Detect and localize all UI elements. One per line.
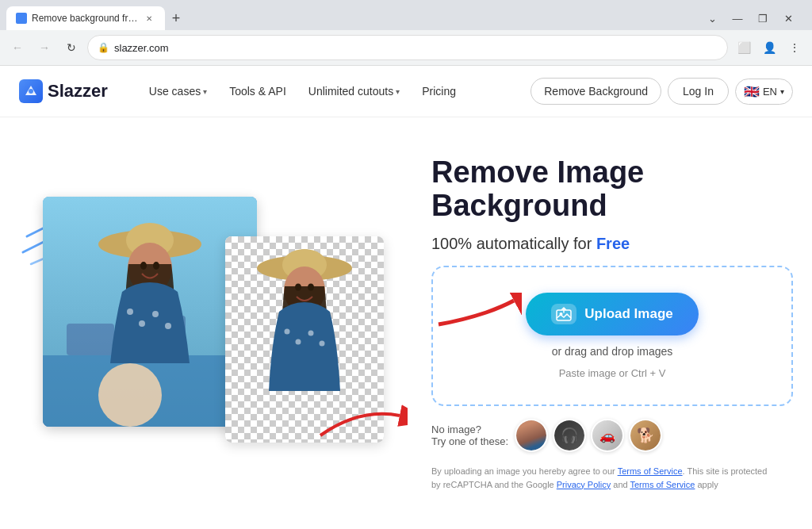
svg-point-28	[296, 339, 301, 345]
new-tab-button[interactable]: +	[165, 7, 187, 29]
terms-link-2[interactable]: Terms of Service	[630, 480, 695, 489]
nav-links: Use cases ▾ Tools & API Unlimited cutout…	[140, 79, 530, 104]
nav-pricing-label: Pricing	[422, 85, 456, 98]
site-nav: Slazzer Use cases ▾ Tools & API Unlimite…	[0, 66, 812, 117]
footer-text-4: and	[611, 480, 630, 489]
hero-free-text: Free	[596, 235, 630, 252]
nav-unlimited-label: Unlimited cutouts	[308, 85, 393, 98]
try-one-text: Try one of these:	[431, 435, 508, 447]
lang-label: EN	[763, 86, 777, 98]
upload-box[interactable]: Upload Image or drag and drop images Pas…	[431, 266, 793, 406]
active-tab[interactable]: Remove background from im... ✕	[6, 6, 165, 30]
svg-point-15	[165, 323, 171, 329]
sample-thumb-2[interactable]: 🎧	[553, 419, 586, 452]
close-btn[interactable]: ✕	[777, 7, 799, 29]
flag-icon: 🇬🇧	[744, 84, 760, 99]
reload-btn[interactable]: ↻	[60, 36, 82, 59]
logo-icon	[19, 79, 43, 103]
minimize-btn[interactable]: —	[726, 7, 749, 29]
cast-icon[interactable]: ⬜	[733, 36, 755, 59]
window-controls: ⌄ — ❐ ✕	[701, 7, 806, 29]
footer-text-3: by reCAPTCHA and the Google	[431, 480, 557, 489]
lock-icon: 🔒	[98, 42, 109, 53]
privacy-policy-link[interactable]: Privacy Policy	[557, 480, 611, 489]
back-btn[interactable]: ←	[6, 36, 29, 59]
red-arrow-pointer	[312, 392, 408, 443]
paste-text: Paste image or Ctrl + V	[559, 367, 666, 379]
footer-legal-text: By uploading an image you hereby agree t…	[431, 465, 793, 491]
nav-use-cases[interactable]: Use cases ▾	[140, 79, 216, 104]
hero-section: Remove Image Background 100% automatical…	[0, 117, 812, 529]
upload-btn-label: Upload Image	[584, 306, 672, 322]
address-bar[interactable]: 🔒 slazzer.com	[87, 35, 728, 60]
svg-point-29	[308, 331, 314, 336]
remove-bg-nav-btn[interactable]: Remove Background	[530, 78, 661, 105]
sample-images-row: No image? Try one of these: 🎧 🚗 🐕	[431, 419, 793, 452]
forward-btn[interactable]: →	[33, 36, 56, 59]
tab-favicon	[16, 13, 27, 24]
footer-text-1: By uploading an image you hereby agree t…	[431, 466, 618, 476]
nav-right: Remove Background Log In 🇬🇧 EN ▾	[530, 78, 793, 105]
svg-point-12	[127, 309, 133, 315]
upload-image-icon	[556, 307, 572, 321]
red-arrow	[431, 293, 522, 335]
unlimited-chevron: ▾	[396, 87, 400, 96]
hero-title-line2: Background	[431, 189, 607, 222]
lang-chevron: ▾	[780, 87, 784, 96]
hero-image-composition	[19, 173, 400, 474]
upload-image-btn[interactable]: Upload Image	[526, 293, 698, 335]
tab-title: Remove background from im...	[32, 13, 138, 24]
tab-close-btn[interactable]: ✕	[143, 12, 155, 25]
address-bar-row: ← → ↻ 🔒 slazzer.com ⬜ 👤 ⋮	[0, 30, 812, 65]
hero-title: Remove Image Background	[431, 156, 793, 223]
lang-selector[interactable]: 🇬🇧 EN ▾	[735, 79, 793, 105]
nav-unlimited-cutouts[interactable]: Unlimited cutouts ▾	[299, 79, 409, 104]
footer-text-5: apply	[695, 480, 718, 489]
url-text: slazzer.com	[114, 42, 169, 54]
svg-point-27	[285, 329, 290, 335]
svg-point-32	[308, 284, 314, 291]
sample-thumbs: 🎧 🚗 🐕	[515, 419, 662, 452]
hero-subtitle: 100% automatically for Free	[431, 235, 793, 253]
nav-pricing[interactable]: Pricing	[412, 79, 465, 104]
terms-of-service-link[interactable]: Terms of Service	[618, 466, 683, 476]
upload-btn-container: Upload Image	[526, 293, 698, 335]
svg-point-31	[295, 284, 301, 291]
sample-thumb-3[interactable]: 🚗	[591, 419, 624, 452]
hero-subtitle-prefix: 100% automatically for	[431, 235, 596, 252]
extensions-icon[interactable]: ⋮	[783, 36, 806, 59]
nav-tools-label: Tools & API	[229, 85, 286, 98]
nav-tools-api[interactable]: Tools & API	[220, 79, 296, 104]
browser-chrome: Remove background from im... ✕ + ⌄ — ❐ ✕…	[0, 0, 812, 66]
svg-point-16	[140, 262, 147, 270]
deco-circle	[98, 363, 162, 427]
hero-title-line1: Remove Image	[431, 155, 644, 189]
nav-use-cases-label: Use cases	[149, 85, 201, 98]
logo-text: Slazzer	[48, 81, 108, 102]
hero-image-area	[19, 157, 400, 490]
sample-thumb-4[interactable]: 🐕	[629, 419, 662, 452]
svg-rect-6	[67, 324, 114, 355]
use-cases-chevron: ▾	[203, 87, 207, 96]
profile-icon[interactable]: 👤	[758, 36, 780, 59]
upload-icon-box	[551, 304, 576, 324]
tab-options-btn[interactable]: ⌄	[701, 7, 723, 29]
svg-point-1	[29, 89, 33, 94]
tab-bar: Remove background from im... ✕ + ⌄ — ❐ ✕	[0, 0, 812, 30]
toolbar-right: ⬜ 👤 ⋮	[733, 36, 806, 59]
svg-point-17	[153, 262, 159, 270]
hero-content: Remove Image Background 100% automatical…	[431, 156, 793, 492]
footer-text-2: . This site is protected	[683, 466, 768, 476]
sample-thumb-1[interactable]	[515, 419, 548, 452]
maximize-btn[interactable]: ❐	[752, 7, 774, 29]
site-logo[interactable]: Slazzer	[19, 79, 108, 103]
svg-point-14	[152, 311, 159, 317]
no-image-text: No image?	[431, 424, 508, 435]
login-btn[interactable]: Log In	[668, 78, 729, 105]
website: Slazzer Use cases ▾ Tools & API Unlimite…	[0, 66, 812, 529]
svg-point-30	[320, 341, 325, 347]
sample-label: No image? Try one of these:	[431, 424, 508, 447]
drag-drop-text: or drag and drop images	[552, 345, 673, 358]
svg-point-13	[139, 320, 145, 327]
